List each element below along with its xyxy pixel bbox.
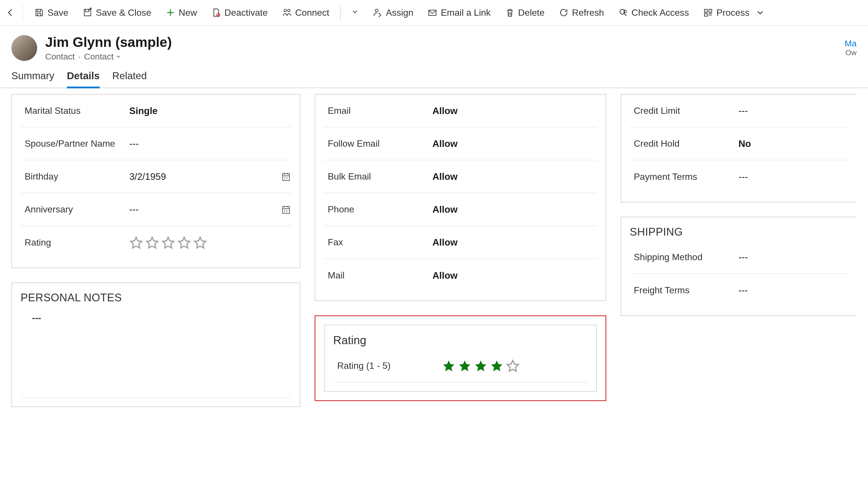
column-3: Credit Limit --- Credit Hold No Payment …	[621, 94, 856, 316]
spouse-row: Spouse/Partner Name ---	[20, 127, 291, 160]
assign-icon	[372, 8, 382, 17]
star-2[interactable]	[458, 359, 472, 373]
save-close-button[interactable]: Save & Close	[77, 4, 157, 21]
mail-value[interactable]: Allow	[432, 270, 597, 281]
email-link-button[interactable]: Email a Link	[422, 4, 496, 21]
marital-status-label: Marital Status	[20, 106, 129, 116]
process-label: Process	[716, 7, 750, 18]
save-close-label: Save & Close	[96, 7, 151, 18]
refresh-button[interactable]: Refresh	[553, 4, 610, 21]
email-value[interactable]: Allow	[432, 106, 597, 117]
follow-email-label: Follow Email	[324, 138, 432, 149]
stars-rating[interactable]	[442, 359, 520, 373]
credit-limit-label: Credit Limit	[630, 106, 738, 116]
shipping-title: SHIPPING	[630, 217, 848, 241]
content: Marital Status Single Spouse/Partner Nam…	[0, 88, 868, 413]
follow-email-value[interactable]: Allow	[432, 138, 597, 149]
credit-hold-row: Credit Hold No	[630, 127, 848, 160]
delete-label: Delete	[518, 7, 545, 18]
divider	[340, 5, 340, 20]
connect-label: Connect	[295, 7, 329, 18]
avatar[interactable]	[12, 35, 37, 61]
calendar-icon[interactable]	[281, 172, 291, 182]
star-5[interactable]	[506, 359, 520, 373]
fax-label: Fax	[324, 237, 432, 248]
stars-personal[interactable]	[129, 236, 207, 250]
new-button[interactable]: New	[160, 4, 203, 21]
owner-link[interactable]: Ma	[844, 38, 856, 48]
check-access-button[interactable]: Check Access	[613, 4, 695, 21]
fax-value[interactable]: Allow	[432, 237, 597, 248]
star-4[interactable]	[490, 359, 504, 373]
delete-icon	[505, 8, 515, 17]
email-row: Email Allow	[324, 95, 597, 127]
payment-terms-value[interactable]: ---	[738, 172, 848, 182]
column-2: Email Allow Follow Email Allow Bulk Emai…	[315, 94, 606, 401]
phone-row: Phone Allow	[324, 193, 597, 226]
assign-button[interactable]: Assign	[367, 4, 419, 21]
anniversary-label: Anniversary	[20, 204, 129, 215]
birthday-value[interactable]: 3/2/1959	[129, 171, 291, 182]
save-icon	[34, 8, 44, 17]
spouse-value[interactable]: ---	[129, 138, 291, 149]
personal-notes-value[interactable]: ---	[20, 307, 291, 398]
anniversary-value[interactable]: ---	[129, 204, 291, 215]
birthday-label: Birthday	[20, 171, 129, 182]
process-button[interactable]: Process	[698, 4, 771, 21]
connect-button[interactable]: Connect	[276, 4, 335, 21]
rating-1-5-label: Rating (1 - 5)	[333, 360, 442, 371]
marital-status-row: Marital Status Single	[20, 95, 291, 127]
rating-input[interactable]	[129, 236, 291, 250]
tab-summary[interactable]: Summary	[12, 70, 54, 87]
payment-terms-label: Payment Terms	[630, 172, 738, 182]
mail-label: Mail	[324, 270, 432, 281]
refresh-label: Refresh	[572, 7, 604, 18]
connect-dropdown[interactable]	[346, 5, 364, 20]
freight-terms-label: Freight Terms	[630, 285, 738, 296]
follow-email-row: Follow Email Allow	[324, 127, 597, 160]
contact-preferences-card: Email Allow Follow Email Allow Bulk Emai…	[315, 94, 606, 301]
phone-value[interactable]: Allow	[432, 204, 597, 215]
star-3[interactable]	[161, 236, 175, 250]
check-access-label: Check Access	[631, 7, 689, 18]
credit-hold-value[interactable]: No	[738, 138, 848, 149]
anniversary-row: Anniversary ---	[20, 193, 291, 226]
star-5[interactable]	[193, 236, 207, 250]
email-icon	[428, 8, 437, 17]
calendar-icon[interactable]	[281, 204, 291, 215]
spouse-label: Spouse/Partner Name	[20, 138, 129, 149]
rating-1-5-input[interactable]	[442, 359, 588, 373]
chevron-down-icon	[115, 53, 122, 60]
save-close-icon	[83, 8, 92, 17]
tab-details[interactable]: Details	[67, 70, 100, 87]
star-1[interactable]	[129, 236, 143, 250]
shipping-method-value[interactable]: ---	[738, 252, 848, 263]
back-button[interactable]	[6, 4, 23, 21]
delete-button[interactable]: Delete	[499, 4, 550, 21]
personal-notes-title: PERSONAL NOTES	[20, 292, 291, 307]
new-label: New	[179, 7, 197, 18]
bulk-email-value[interactable]: Allow	[432, 171, 597, 182]
owner-meta: Ma Ow	[844, 38, 856, 57]
credit-hold-label: Credit Hold	[630, 138, 738, 149]
save-button[interactable]: Save	[29, 4, 74, 21]
credit-limit-value[interactable]: ---	[738, 106, 848, 117]
tab-related[interactable]: Related	[112, 70, 147, 87]
star-2[interactable]	[145, 236, 159, 250]
star-4[interactable]	[177, 236, 191, 250]
record-title: Jim Glynn (sample)	[45, 34, 172, 50]
personal-notes-card: PERSONAL NOTES ---	[12, 282, 300, 407]
deactivate-button[interactable]: Deactivate	[205, 4, 273, 21]
check-access-icon	[618, 8, 628, 17]
marital-status-value[interactable]: Single	[129, 106, 291, 117]
freight-terms-value[interactable]: ---	[738, 285, 848, 296]
star-1[interactable]	[442, 359, 456, 373]
shipping-card: SHIPPING Shipping Method --- Freight Ter…	[621, 217, 856, 316]
credit-limit-row: Credit Limit ---	[630, 95, 848, 127]
birthday-row: Birthday 3/2/1959	[20, 160, 291, 193]
form-selector[interactable]: Contact	[84, 52, 122, 61]
star-3[interactable]	[474, 359, 488, 373]
fax-row: Fax Allow	[324, 226, 597, 259]
shipping-method-label: Shipping Method	[630, 252, 738, 262]
rating-1-5-row: Rating (1 - 5)	[333, 350, 588, 383]
